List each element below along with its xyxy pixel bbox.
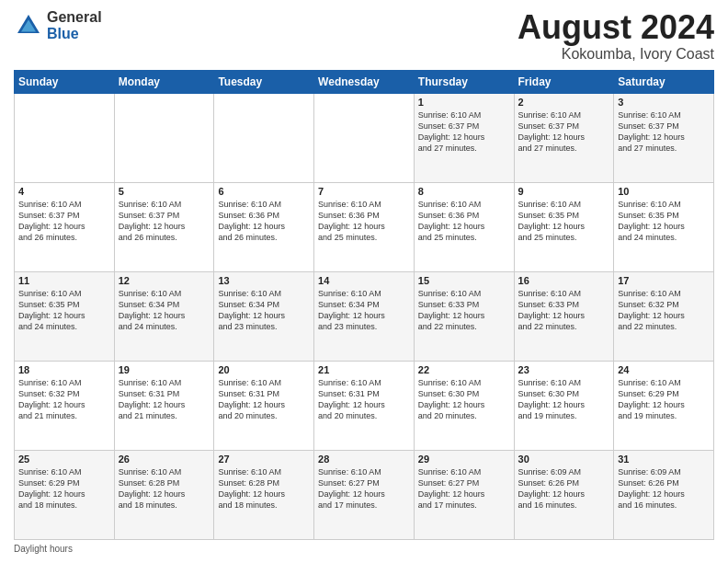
calendar-cell-week5-day2: 26Sunrise: 6:10 AMSunset: 6:28 PMDayligh… — [114, 450, 214, 539]
logo-text: General Blue — [47, 9, 102, 41]
day-info: Sunrise: 6:10 AMSunset: 6:37 PMDaylight:… — [119, 199, 210, 244]
day-number: 2 — [518, 97, 610, 108]
calendar-cell-week3-day3: 13Sunrise: 6:10 AMSunset: 6:34 PMDayligh… — [214, 271, 314, 361]
day-info: Sunrise: 6:10 AMSunset: 6:32 PMDaylight:… — [618, 288, 710, 333]
day-info: Sunrise: 6:10 AMSunset: 6:31 PMDaylight:… — [218, 377, 310, 422]
calendar-cell-week3-day5: 15Sunrise: 6:10 AMSunset: 6:33 PMDayligh… — [414, 271, 514, 361]
day-number: 11 — [18, 275, 110, 286]
calendar-week-4: 18Sunrise: 6:10 AMSunset: 6:32 PMDayligh… — [15, 361, 714, 450]
day-number: 1 — [418, 97, 510, 108]
day-number: 12 — [119, 275, 210, 286]
day-info: Sunrise: 6:10 AMSunset: 6:27 PMDaylight:… — [318, 466, 410, 511]
day-info: Sunrise: 6:09 AMSunset: 6:26 PMDaylight:… — [618, 466, 710, 511]
day-info: Sunrise: 6:10 AMSunset: 6:37 PMDaylight:… — [518, 109, 610, 155]
calendar-cell-week2-day4: 7Sunrise: 6:10 AMSunset: 6:36 PMDaylight… — [314, 182, 415, 271]
day-number: 23 — [518, 364, 610, 375]
day-info: Sunrise: 6:10 AMSunset: 6:34 PMDaylight:… — [218, 288, 310, 333]
calendar-cell-week3-day2: 12Sunrise: 6:10 AMSunset: 6:34 PMDayligh… — [114, 271, 214, 361]
day-number: 7 — [318, 186, 410, 197]
day-number: 27 — [218, 454, 310, 465]
day-info: Sunrise: 6:10 AMSunset: 6:36 PMDaylight:… — [318, 199, 410, 244]
calendar-cell-week1-day7: 3Sunrise: 6:10 AMSunset: 6:37 PMDaylight… — [614, 93, 714, 182]
day-number: 9 — [518, 186, 610, 197]
calendar-cell-week1-day3 — [214, 93, 314, 182]
day-number: 20 — [218, 364, 310, 375]
calendar-cell-week5-day6: 30Sunrise: 6:09 AMSunset: 6:26 PMDayligh… — [514, 450, 614, 539]
logo-icon — [14, 11, 43, 40]
day-info: Sunrise: 6:10 AMSunset: 6:37 PMDaylight:… — [418, 109, 510, 155]
day-number: 31 — [618, 454, 710, 465]
day-info: Sunrise: 6:10 AMSunset: 6:36 PMDaylight:… — [218, 199, 310, 244]
calendar-cell-week3-day6: 16Sunrise: 6:10 AMSunset: 6:33 PMDayligh… — [514, 271, 614, 361]
calendar-cell-week4-day3: 20Sunrise: 6:10 AMSunset: 6:31 PMDayligh… — [214, 361, 314, 450]
day-info: Sunrise: 6:10 AMSunset: 6:31 PMDaylight:… — [119, 377, 210, 422]
calendar-cell-week2-day1: 4Sunrise: 6:10 AMSunset: 6:37 PMDaylight… — [15, 182, 115, 271]
calendar-cell-week1-day5: 1Sunrise: 6:10 AMSunset: 6:37 PMDaylight… — [414, 93, 514, 182]
calendar-cell-week5-day5: 29Sunrise: 6:10 AMSunset: 6:27 PMDayligh… — [414, 450, 514, 539]
calendar-cell-week5-day3: 27Sunrise: 6:10 AMSunset: 6:28 PMDayligh… — [214, 450, 314, 539]
day-number: 18 — [18, 364, 110, 375]
day-number: 10 — [618, 186, 710, 197]
logo: General Blue — [14, 9, 102, 41]
calendar-cell-week3-day1: 11Sunrise: 6:10 AMSunset: 6:35 PMDayligh… — [15, 271, 115, 361]
calendar-cell-week1-day2 — [114, 93, 214, 182]
day-info: Sunrise: 6:10 AMSunset: 6:36 PMDaylight:… — [418, 199, 510, 244]
calendar-subtitle: Kokoumba, Ivory Coast — [518, 46, 714, 63]
calendar-title: August 2024 — [518, 9, 714, 46]
calendar-cell-week4-day7: 24Sunrise: 6:10 AMSunset: 6:29 PMDayligh… — [614, 361, 714, 450]
weekday-header-thursday: Thursday — [414, 70, 514, 93]
day-info: Sunrise: 6:10 AMSunset: 6:30 PMDaylight:… — [418, 377, 510, 422]
calendar-cell-week4-day4: 21Sunrise: 6:10 AMSunset: 6:31 PMDayligh… — [314, 361, 415, 450]
calendar-cell-week5-day4: 28Sunrise: 6:10 AMSunset: 6:27 PMDayligh… — [314, 450, 415, 539]
day-info: Sunrise: 6:10 AMSunset: 6:37 PMDaylight:… — [618, 109, 710, 155]
day-number: 4 — [18, 186, 110, 197]
weekday-header-row: SundayMondayTuesdayWednesdayThursdayFrid… — [15, 70, 714, 93]
calendar-cell-week3-day4: 14Sunrise: 6:10 AMSunset: 6:34 PMDayligh… — [314, 271, 415, 361]
day-info: Sunrise: 6:10 AMSunset: 6:29 PMDaylight:… — [18, 466, 110, 511]
day-info: Sunrise: 6:10 AMSunset: 6:28 PMDaylight:… — [218, 466, 310, 511]
calendar-week-3: 11Sunrise: 6:10 AMSunset: 6:35 PMDayligh… — [15, 271, 714, 361]
calendar-cell-week2-day2: 5Sunrise: 6:10 AMSunset: 6:37 PMDaylight… — [114, 182, 214, 271]
weekday-header-friday: Friday — [514, 70, 614, 93]
day-number: 28 — [318, 454, 410, 465]
day-info: Sunrise: 6:10 AMSunset: 6:37 PMDaylight:… — [18, 199, 110, 244]
calendar-cell-week2-day7: 10Sunrise: 6:10 AMSunset: 6:35 PMDayligh… — [614, 182, 714, 271]
calendar-cell-week2-day5: 8Sunrise: 6:10 AMSunset: 6:36 PMDaylight… — [414, 182, 514, 271]
weekday-header-monday: Monday — [114, 70, 214, 93]
day-number: 19 — [119, 364, 210, 375]
calendar-cell-week2-day3: 6Sunrise: 6:10 AMSunset: 6:36 PMDaylight… — [214, 182, 314, 271]
calendar-cell-week1-day1 — [15, 93, 115, 182]
calendar-cell-week1-day4 — [314, 93, 415, 182]
weekday-header-wednesday: Wednesday — [314, 70, 415, 93]
day-info: Sunrise: 6:10 AMSunset: 6:28 PMDaylight:… — [119, 466, 210, 511]
weekday-header-sunday: Sunday — [15, 70, 115, 93]
day-info: Sunrise: 6:10 AMSunset: 6:33 PMDaylight:… — [418, 288, 510, 333]
calendar-table: SundayMondayTuesdayWednesdayThursdayFrid… — [14, 70, 714, 540]
day-info: Sunrise: 6:10 AMSunset: 6:33 PMDaylight:… — [518, 288, 610, 333]
day-number: 16 — [518, 275, 610, 286]
day-info: Sunrise: 6:09 AMSunset: 6:26 PMDaylight:… — [518, 466, 610, 511]
weekday-header-saturday: Saturday — [614, 70, 714, 93]
day-info: Sunrise: 6:10 AMSunset: 6:34 PMDaylight:… — [318, 288, 410, 333]
day-number: 25 — [18, 454, 110, 465]
calendar-week-1: 1Sunrise: 6:10 AMSunset: 6:37 PMDaylight… — [15, 93, 714, 182]
page: General Blue August 2024 Kokoumba, Ivory… — [0, 0, 728, 563]
day-info: Sunrise: 6:10 AMSunset: 6:35 PMDaylight:… — [518, 199, 610, 244]
calendar-header: SundayMondayTuesdayWednesdayThursdayFrid… — [15, 70, 714, 93]
day-number: 26 — [119, 454, 210, 465]
footer: Daylight hours — [14, 540, 714, 554]
calendar-cell-week4-day6: 23Sunrise: 6:10 AMSunset: 6:30 PMDayligh… — [514, 361, 614, 450]
calendar-cell-week5-day1: 25Sunrise: 6:10 AMSunset: 6:29 PMDayligh… — [15, 450, 115, 539]
day-number: 17 — [618, 275, 710, 286]
day-number: 5 — [119, 186, 210, 197]
day-number: 13 — [218, 275, 310, 286]
day-number: 29 — [418, 454, 510, 465]
calendar-cell-week4-day1: 18Sunrise: 6:10 AMSunset: 6:32 PMDayligh… — [15, 361, 115, 450]
day-number: 3 — [618, 97, 710, 108]
day-number: 15 — [418, 275, 510, 286]
calendar-cell-week1-day6: 2Sunrise: 6:10 AMSunset: 6:37 PMDaylight… — [514, 93, 614, 182]
logo-general: General — [47, 9, 102, 26]
calendar-week-2: 4Sunrise: 6:10 AMSunset: 6:37 PMDaylight… — [15, 182, 714, 271]
calendar-cell-week4-day2: 19Sunrise: 6:10 AMSunset: 6:31 PMDayligh… — [114, 361, 214, 450]
calendar-week-5: 25Sunrise: 6:10 AMSunset: 6:29 PMDayligh… — [15, 450, 714, 539]
